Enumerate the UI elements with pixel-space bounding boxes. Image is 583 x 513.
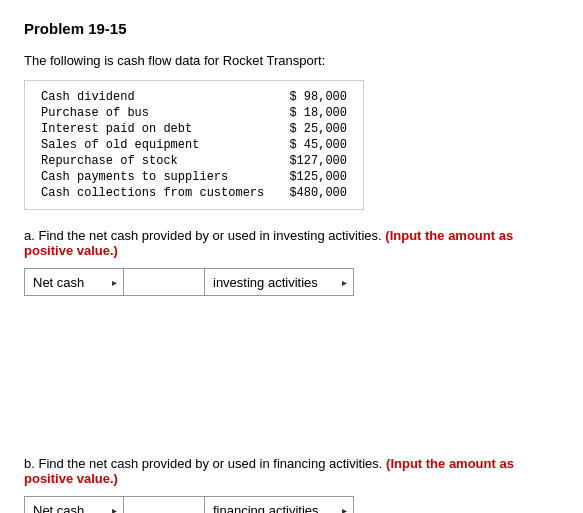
section-b-question: b. Find the net cash provided by or used… (24, 456, 559, 486)
section-a-left-arrow: ▸ (105, 277, 123, 288)
section-b-answer-row: Net cash ▸ financing activities ▸ (24, 496, 354, 513)
table-value: $ 18,000 (282, 105, 351, 121)
table-label: Cash payments to suppliers (37, 169, 282, 185)
intro-text: The following is cash flow data for Rock… (24, 53, 559, 68)
table-row: Cash payments to suppliers$125,000 (37, 169, 351, 185)
table-label: Repurchase of stock (37, 153, 282, 169)
section-b-right-arrow: ▸ (335, 505, 353, 514)
table-row: Repurchase of stock$127,000 (37, 153, 351, 169)
table-row: Sales of old equipment$ 45,000 (37, 137, 351, 153)
table-row: Purchase of bus$ 18,000 (37, 105, 351, 121)
table-label: Interest paid on debt (37, 121, 282, 137)
cash-flow-table: Cash dividend$ 98,000Purchase of bus$ 18… (24, 80, 364, 210)
section-a-question: a. Find the net cash provided by or used… (24, 228, 559, 258)
section-a-answer-row: Net cash ▸ investing activities ▸ (24, 268, 354, 296)
table-value: $125,000 (282, 169, 351, 185)
table-value: $ 98,000 (282, 89, 351, 105)
table-value: $480,000 (282, 185, 351, 201)
section-a-net-cash-label: Net cash (25, 275, 105, 290)
section-b-left-arrow: ▸ (105, 505, 123, 514)
table-label: Cash collections from customers (37, 185, 282, 201)
table-value: $ 25,000 (282, 121, 351, 137)
table-row: Cash dividend$ 98,000 (37, 89, 351, 105)
section-b-net-cash-label: Net cash (25, 503, 105, 514)
section-b: b. Find the net cash provided by or used… (24, 456, 559, 513)
section-b-input[interactable] (124, 497, 204, 513)
table-row: Interest paid on debt$ 25,000 (37, 121, 351, 137)
section-a-right-arrow: ▸ (335, 277, 353, 288)
section-a-input[interactable] (124, 269, 204, 295)
table-label: Purchase of bus (37, 105, 282, 121)
table-label: Sales of old equipment (37, 137, 282, 153)
section-b-input-cell[interactable] (123, 497, 205, 513)
table-value: $127,000 (282, 153, 351, 169)
section-a-input-cell[interactable] (123, 269, 205, 295)
section-a-activity-label: investing activities (205, 275, 335, 290)
problem-title: Problem 19-15 (24, 20, 559, 37)
section-b-activity-label: financing activities (205, 503, 335, 514)
table-row: Cash collections from customers$480,000 (37, 185, 351, 201)
table-label: Cash dividend (37, 89, 282, 105)
table-value: $ 45,000 (282, 137, 351, 153)
